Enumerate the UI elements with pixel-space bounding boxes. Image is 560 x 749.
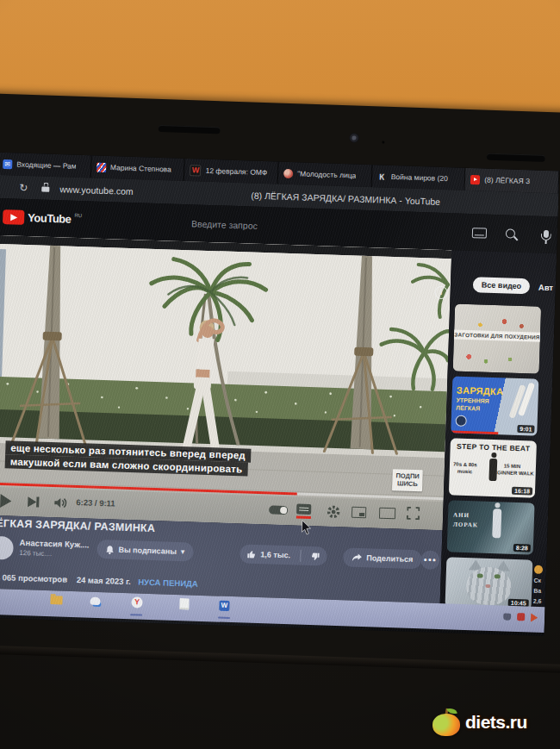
- w-site-icon: W: [190, 165, 201, 176]
- page-title: (8) ЛЁГКАЯ ЗАРЯДКА/ РАЗМИНКА - YouTube: [203, 188, 488, 208]
- apple-icon: [432, 708, 462, 736]
- tab-voyna-mirov[interactable]: К Война миров (20: [371, 165, 465, 190]
- theater-mode-icon[interactable]: [379, 508, 395, 520]
- like-dislike-group: 1,6 тыс.: [240, 544, 327, 565]
- tab-mail[interactable]: ✉ Входящие — Рам: [0, 153, 91, 178]
- mic-icon[interactable]: [544, 230, 549, 238]
- youtube-region-badge: RU: [74, 212, 82, 217]
- laptop-hinge: [0, 645, 560, 674]
- url-text[interactable]: www.youtube.com: [59, 184, 134, 197]
- channel-avatar: [534, 565, 543, 574]
- youtube-logo-text: YouTube: [28, 211, 72, 226]
- active-app-underline: [218, 617, 230, 619]
- tab-molodost[interactable]: "Молодость лица: [278, 162, 372, 188]
- yandex-browser-icon[interactable]: Y: [131, 596, 142, 608]
- lock-icon: [41, 184, 49, 191]
- chevron-down-icon: ▾: [181, 547, 185, 556]
- thumbnail-caption: ЗАРЯДКА: [457, 385, 504, 397]
- tab-youtube-active[interactable]: (8) ЛЁГКАЯ З: [465, 168, 559, 194]
- dislike-icon[interactable]: [310, 552, 320, 561]
- thumbnail-caption-line2: УТРЕННЯЯ: [456, 397, 488, 404]
- channel-subscribers: 126 тыс....: [19, 549, 52, 558]
- channel-name[interactable]: Анастасия Куж....: [20, 538, 90, 550]
- photo-of-laptop: ✉ Входящие — Рам Марина Степнова W 12 фе…: [0, 0, 560, 749]
- word-icon[interactable]: W: [219, 601, 229, 611]
- tray-icon[interactable]: [517, 613, 525, 621]
- search-icon[interactable]: [506, 228, 515, 238]
- chip-all-videos[interactable]: Все видео: [473, 277, 531, 294]
- app-icon[interactable]: [90, 597, 100, 605]
- flag-icon: [96, 162, 106, 172]
- keyboard-icon[interactable]: [472, 228, 487, 239]
- thumbnail-caption: АНИЛОРАК: [453, 511, 479, 530]
- volume-icon[interactable]: [53, 496, 67, 509]
- mic-hole: [382, 141, 384, 144]
- bell-icon: [105, 545, 114, 554]
- thumbnail-caption: STEP TO THE BEAT: [451, 441, 537, 453]
- watched-progress: [451, 430, 498, 434]
- mail-icon: ✉: [3, 159, 12, 168]
- thumbnail-caption: ЗАГОТОВКИ ДЛЯ ПОХУДЕНИЯ: [454, 329, 540, 341]
- webcam: [349, 133, 358, 142]
- photo-favicon-icon: [283, 168, 293, 178]
- related-videos-sidebar: Все видео Авт ЗАГОТОВКИ ДЛЯ ПОХУДЕНИЯ ЗА…: [440, 250, 557, 607]
- reload-icon[interactable]: ↻: [19, 181, 28, 193]
- bezel-slot: [159, 125, 221, 134]
- channel-avatar[interactable]: [0, 536, 14, 560]
- channel-logo-badge: [455, 415, 466, 427]
- partial-meta-text: Ва: [533, 588, 541, 594]
- chip-partial[interactable]: Авт: [538, 283, 554, 293]
- duration-badge: 9:01: [517, 425, 534, 434]
- tab-label: (8) ЛЁГКАЯ З: [484, 176, 530, 186]
- youtube-icon: [470, 175, 480, 184]
- miniplayer-icon[interactable]: [352, 507, 366, 519]
- notepad-icon[interactable]: [179, 598, 189, 609]
- related-video-thumbnail[interactable]: ЗАРЯДКА УТРЕННЯЯ ЛЁГКАЯ 9:01: [451, 376, 538, 435]
- time-display: 6:23 / 9:11: [76, 497, 115, 508]
- thumbnail-left-text: 70s & 80smusic: [453, 461, 477, 477]
- mouse-cursor-icon: [301, 521, 312, 535]
- location-tag-link[interactable]: НУСА ПЕНИДА: [138, 577, 198, 588]
- fullscreen-icon[interactable]: [407, 507, 420, 520]
- subtitles-icon[interactable]: [296, 504, 311, 515]
- more-actions-button[interactable]: ●●●: [420, 550, 440, 570]
- tray-icon[interactable]: [503, 614, 511, 621]
- tab-label: 12 февраля: ОМФ: [205, 166, 267, 177]
- laptop-screen: ✉ Входящие — Рам Марина Степнова W 12 фе…: [0, 153, 559, 636]
- autoplay-toggle-icon[interactable]: [269, 505, 288, 515]
- tray-icon[interactable]: [531, 614, 538, 622]
- subtitles-enabled-underline: [296, 516, 311, 519]
- next-icon[interactable]: [28, 496, 36, 507]
- diets-watermark: diets.ru: [432, 708, 527, 736]
- file-explorer-icon[interactable]: [50, 596, 62, 604]
- like-icon[interactable]: [246, 549, 256, 559]
- share-label: Поделиться: [366, 553, 413, 564]
- play-icon[interactable]: [0, 494, 12, 508]
- tab-label: Война миров (20: [391, 172, 448, 183]
- tab-marina[interactable]: Марина Степнова: [90, 155, 184, 181]
- share-icon: [352, 553, 362, 562]
- related-video-thumbnail[interactable]: 10:45: [445, 557, 533, 609]
- search-input[interactable]: [190, 213, 435, 241]
- settings-gear-icon[interactable]: [326, 504, 342, 521]
- walking-figure: [488, 459, 497, 481]
- divider: [300, 550, 301, 562]
- publish-date: 24 мая 2023 г.: [77, 575, 131, 586]
- related-video-thumbnail[interactable]: STEP TO THE BEAT 70s & 80smusic 15 MINBE…: [449, 438, 537, 497]
- tab-label: Входящие — Рам: [16, 160, 77, 171]
- share-button[interactable]: Поделиться: [343, 547, 422, 569]
- related-video-thumbnail[interactable]: ЗАГОТОВКИ ДЛЯ ПОХУДЕНИЯ: [453, 303, 542, 373]
- subscribed-button[interactable]: Вы подписаны ▾: [96, 540, 194, 562]
- tab-february[interactable]: W 12 февраля: ОМФ: [184, 159, 278, 184]
- cat-eye: [477, 573, 483, 577]
- k-letter-icon: К: [377, 172, 387, 181]
- youtube-logo[interactable]: YouTube RU: [3, 209, 82, 227]
- exercise-figure: [518, 382, 535, 416]
- partial-meta-text: 2,6: [533, 598, 542, 604]
- youtube-play-icon: [3, 209, 25, 225]
- like-count: 1,6 тыс.: [260, 550, 290, 559]
- video-player[interactable]: i еще несколько раз потянитесь вперед вп…: [0, 235, 451, 530]
- singer-figure: [492, 509, 501, 538]
- related-video-thumbnail[interactable]: АНИЛОРАК 8:28: [447, 500, 535, 554]
- active-app-underline: [130, 614, 142, 615]
